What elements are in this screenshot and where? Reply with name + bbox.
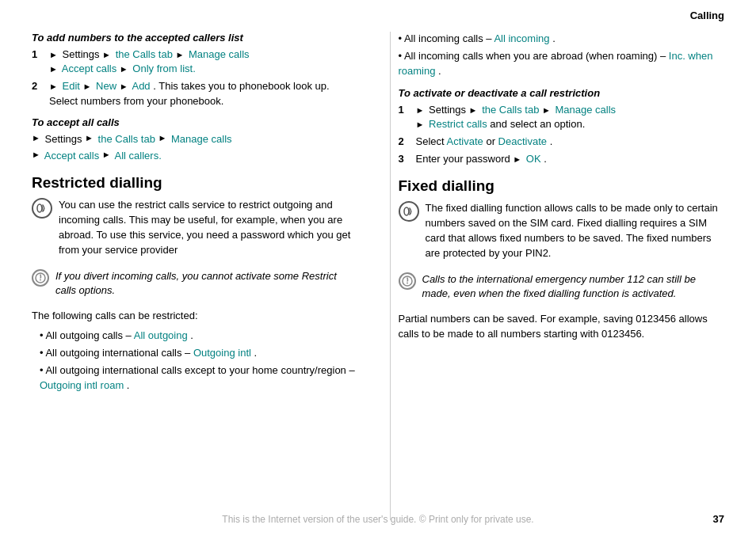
bullet-text: All incoming calls when you are abroad (… (404, 50, 669, 62)
fixed-dialling-heading: Fixed dialling (399, 177, 725, 195)
fixed-body-text: The fixed dialling function allows calls… (426, 201, 725, 260)
or-text: or (486, 135, 498, 147)
step-2-num: 2 (32, 79, 46, 93)
bullet-text: All outgoing international calls except … (45, 364, 354, 376)
calls-tab-label: the Calls tab (482, 104, 542, 116)
bullet-all-outgoing: All outgoing calls – All outgoing . (40, 329, 358, 344)
arrow-icon: ► (102, 50, 111, 59)
fixed-warn-row: Calls to the international emergency num… (399, 272, 725, 306)
warn-icon (32, 269, 49, 287)
page: Calling To add numbers to the accepted c… (0, 0, 756, 536)
bullet-text: All outgoing international calls – (45, 347, 193, 359)
add-label: Add (132, 80, 150, 92)
content-area: To add numbers to the accepted callers l… (32, 32, 724, 520)
ok-label: OK (526, 153, 541, 165)
activate-label: Activate (447, 135, 483, 147)
bullet-incoming-roam: All incoming calls when you are abroad (… (399, 49, 725, 79)
step-1-num: 1 (32, 48, 46, 62)
only-from-list-label: Only from list. (132, 63, 195, 74)
add-numbers-steps: 1 ► Settings ► the Calls tab ► Manage ca… (32, 48, 358, 108)
page-header-title: Calling (690, 10, 724, 21)
fixed-following-text: Partial numbers can be saved. For exampl… (399, 312, 725, 342)
restricted-icon-row: You can use the restrict calls service t… (32, 198, 358, 262)
period: . (550, 135, 553, 147)
manage-calls-label: Manage calls (189, 48, 250, 60)
arrow-icon: ► (102, 149, 111, 162)
restricted-dialling-heading: Restricted dialling (32, 174, 358, 192)
arrow-icon: ► (85, 132, 94, 145)
restrict-bullets: All outgoing calls – All outgoing . All … (32, 329, 358, 393)
bullet-end: . (552, 32, 556, 44)
footer-page-number: 37 (713, 513, 724, 525)
bullet-end: . (190, 329, 193, 341)
arrow-icon: ► (32, 149, 40, 162)
all-incoming-label: All incoming (494, 32, 549, 44)
bullet-end: . (254, 347, 258, 359)
arrow-icon: ► (542, 105, 551, 115)
bullet-text: All incoming calls – (404, 32, 494, 44)
calls-tab-label: the Calls tab (95, 132, 158, 147)
right-column: All incoming calls – All incoming . All … (390, 32, 725, 520)
settings-label: Settings (42, 132, 85, 147)
step-content: ► Settings ► the Calls tab ► Manage call… (416, 103, 617, 131)
step-2: 2 ► Edit ► New ► Add . This takes you to… (32, 79, 358, 108)
period: . (544, 153, 547, 165)
outgoing-intl-label: Outgoing intl (193, 347, 251, 359)
activate-steps: 1 ► Settings ► the Calls tab ► Manage ca… (399, 103, 725, 167)
bullet-end: . (127, 379, 130, 391)
step-num: 3 (399, 152, 413, 166)
edit-label: Edit (63, 80, 83, 92)
calls-tab-label: the Calls tab (116, 48, 176, 60)
step-num: 2 (399, 135, 413, 149)
section-accept-all-title: To accept all calls (32, 116, 358, 128)
arrow-icon: ► (120, 82, 128, 91)
manage-calls-label: Manage calls (168, 132, 231, 147)
footer-notice: This is the Internet version of the user… (0, 514, 756, 525)
arrow-icon: ► (469, 105, 478, 115)
bullet-intl-roam: All outgoing international calls except … (40, 363, 358, 393)
accept-calls-label: Accept calls (42, 149, 102, 164)
step-2-content: ► Edit ► New ► Add . This takes you to p… (49, 79, 358, 108)
manage-calls-label: Manage calls (556, 104, 617, 116)
following-text: The following calls can be restricted: (32, 309, 358, 324)
restrict-calls-label: Restrict calls (429, 118, 487, 130)
arrow-icon: ► (49, 50, 58, 59)
top-bullets: All incoming calls – All incoming . All … (399, 32, 725, 79)
section-add-numbers-title: To add numbers to the accepted callers l… (32, 32, 358, 44)
step-content: Enter your password ► OK . (416, 152, 547, 166)
svg-point-2 (40, 279, 41, 280)
arrow-icon: ► (513, 154, 521, 164)
step-1-right: 1 ► Settings ► the Calls tab ► Manage ca… (399, 103, 725, 131)
step-2-right: 2 Select Activate or Deactivate . (399, 135, 725, 149)
speaker-icon (399, 201, 419, 222)
step-1: 1 ► Settings ► the Calls tab ► Manage ca… (32, 48, 358, 76)
settings-label: Settings (429, 104, 469, 116)
step-3-right: 3 Enter your password ► OK . (399, 152, 725, 166)
outgoing-intl-roam-label: Outgoing intl roam (40, 379, 124, 391)
arrow-icon: ► (49, 82, 58, 91)
svg-point-5 (407, 282, 408, 283)
step-2-text: . This takes you to phonebook look up. S… (49, 80, 330, 106)
speaker-icon (32, 198, 52, 219)
restricted-warn-text: If you divert incoming calls, you cannot… (55, 269, 358, 298)
arrow-icon: ► (32, 132, 40, 145)
arrow-icon: ► (49, 64, 58, 74)
step-text: and select an option. (490, 118, 585, 130)
bullet-text: All outgoing calls – (45, 329, 133, 341)
arrow-icon: ► (416, 105, 425, 115)
select-text: Select (416, 135, 447, 147)
section-activate-deactivate: To activate or deactivate a call restric… (399, 87, 725, 167)
arrow-icon: ► (176, 50, 185, 59)
accept-all-line2: ► Accept calls ► All callers. (32, 149, 358, 164)
svg-point-3 (404, 207, 409, 215)
section-accept-all: To accept all calls ► Settings ► the Cal… (32, 116, 358, 164)
fixed-warn-text: Calls to the international emergency num… (422, 272, 725, 301)
all-callers-label: All callers. (113, 149, 162, 164)
arrow-icon: ► (83, 82, 92, 91)
arrow-icon: ► (158, 132, 166, 145)
bullet-all-incoming: All incoming calls – All incoming . (399, 32, 725, 47)
section-activate-title: To activate or deactivate a call restric… (399, 87, 725, 99)
warn-icon (399, 272, 416, 290)
section-add-numbers: To add numbers to the accepted callers l… (32, 32, 358, 108)
settings-label: Settings (63, 48, 103, 60)
